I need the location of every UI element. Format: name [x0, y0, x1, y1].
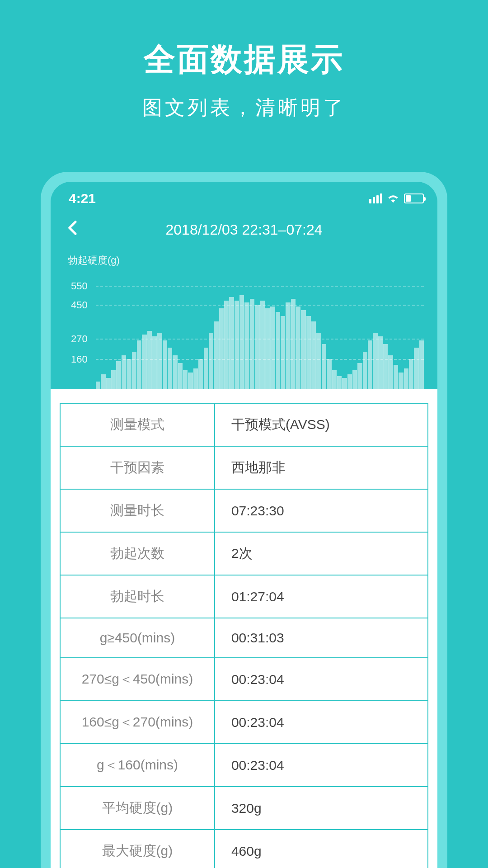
data-table: 测量模式干预模式(AVSS)干预因素西地那非测量时长07:23:30勃起次数2次… — [60, 403, 428, 868]
chart-bar — [142, 335, 146, 389]
chart-bar — [342, 378, 347, 389]
promo-title: 全面数据展示 — [0, 38, 488, 81]
chart-bar — [178, 363, 183, 389]
row-label: 勃起时长 — [60, 575, 215, 618]
chart-bar — [193, 368, 198, 389]
status-bar: 4:21 — [51, 182, 437, 211]
chart-bar — [316, 333, 321, 389]
chart-bar — [373, 333, 377, 389]
chart-bar — [214, 321, 218, 389]
tick-label: 450 — [71, 299, 88, 311]
row-label: 最大硬度(g) — [60, 830, 215, 868]
chart-bar — [270, 307, 275, 389]
table-row: 勃起时长01:27:04 — [60, 575, 428, 618]
chart-bar — [157, 333, 162, 389]
chart-bar — [414, 348, 418, 389]
chart-bar — [235, 301, 239, 389]
chart-bar — [296, 307, 300, 389]
chart-bar — [388, 355, 393, 389]
table-row: 160≤g＜270(mins)00:23:04 — [60, 701, 428, 744]
chart-bar — [219, 308, 224, 389]
chart-bar — [137, 340, 141, 389]
chart-bar — [301, 310, 305, 389]
table-row: 平均硬度(g)320g — [60, 787, 428, 830]
chart-bar — [394, 365, 398, 389]
table-row: g＜160(mins)00:23:04 — [60, 744, 428, 787]
chart-bar — [224, 301, 229, 389]
back-button[interactable] — [64, 219, 82, 237]
battery-icon — [404, 193, 424, 203]
chart-bar — [357, 363, 362, 389]
chart-bar — [183, 370, 188, 389]
chart-bar — [188, 373, 192, 390]
row-value: 460g — [215, 830, 428, 868]
chart-bar — [260, 301, 265, 389]
chart-bar — [337, 376, 342, 389]
nav-bar: 2018/12/03 22:31–07:24 — [51, 211, 437, 249]
status-time: 4:21 — [69, 191, 96, 206]
tick-label: 160 — [71, 354, 88, 365]
row-label: g≥450(mins) — [60, 618, 215, 658]
chart-bar — [147, 331, 152, 389]
row-value: 01:27:04 — [215, 575, 428, 618]
chart-bar — [368, 340, 372, 389]
row-value: 320g — [215, 787, 428, 830]
row-label: 160≤g＜270(mins) — [60, 701, 215, 744]
chart-bar — [101, 374, 105, 389]
content-panel: 测量模式干预模式(AVSS)干预因素西地那非测量时长07:23:30勃起次数2次… — [51, 389, 437, 868]
chart-bar — [96, 382, 100, 389]
row-value: 00:23:04 — [215, 744, 428, 787]
chart-bar — [127, 359, 131, 389]
row-label: 干预因素 — [60, 446, 215, 489]
chart-area[interactable]: 勃起硬度(g) 550450270160 — [51, 249, 437, 389]
table-row: 干预因素西地那非 — [60, 446, 428, 489]
tick-label: 550 — [71, 280, 88, 292]
status-right — [369, 191, 424, 206]
chart-bar — [322, 344, 326, 389]
chart-bar — [276, 312, 280, 389]
wifi-icon — [387, 191, 399, 206]
row-value: 干预模式(AVSS) — [215, 403, 428, 446]
row-value: 07:23:30 — [215, 489, 428, 532]
promo-subtitle: 图文列表，清晰明了 — [0, 94, 488, 121]
phone-screen: 4:21 2018/12/03 22:31–07:24 勃起硬度(g) — [51, 182, 437, 868]
chart-bar — [383, 344, 388, 389]
chart-bar — [409, 359, 413, 389]
chart-bar — [347, 374, 352, 389]
page-title: 2018/12/03 22:31–07:24 — [51, 222, 437, 238]
chart-bar — [291, 299, 296, 389]
table-row: 270≤g＜450(mins)00:23:04 — [60, 658, 428, 701]
chart-bar — [198, 359, 203, 389]
table-row: g≥450(mins)00:31:03 — [60, 618, 428, 658]
chart-bar — [399, 373, 403, 390]
row-value: 00:23:04 — [215, 658, 428, 701]
chart-bar — [111, 370, 116, 389]
chart-bar — [255, 305, 259, 390]
chart-bar — [209, 333, 213, 389]
chart-bar — [306, 316, 311, 390]
chart-bar — [286, 302, 290, 389]
chart-bar — [327, 359, 331, 389]
row-label: 测量时长 — [60, 489, 215, 532]
promo-header: 全面数据展示 图文列表，清晰明了 — [0, 0, 488, 121]
chart-bar — [265, 308, 270, 389]
chart-bar — [332, 370, 337, 389]
row-value: 00:23:04 — [215, 701, 428, 744]
tick-label: 270 — [71, 333, 88, 345]
chart-bar — [404, 368, 408, 389]
chart-bar — [239, 295, 244, 389]
chart-bar — [281, 316, 285, 390]
chart-bar — [250, 299, 254, 389]
phone-frame: 4:21 2018/12/03 22:31–07:24 勃起硬度(g) — [41, 172, 447, 868]
chart-bar — [378, 336, 383, 389]
chart-bar — [204, 348, 208, 389]
chart-bar — [173, 355, 177, 389]
table-row: 勃起次数2次 — [60, 532, 428, 575]
chart-bar — [311, 321, 316, 389]
chart-bar — [229, 297, 234, 389]
chart-bar — [106, 378, 111, 389]
row-label: g＜160(mins) — [60, 744, 215, 787]
row-value: 00:31:03 — [215, 618, 428, 658]
chart-bar — [168, 348, 172, 389]
chart-bar — [152, 336, 157, 389]
